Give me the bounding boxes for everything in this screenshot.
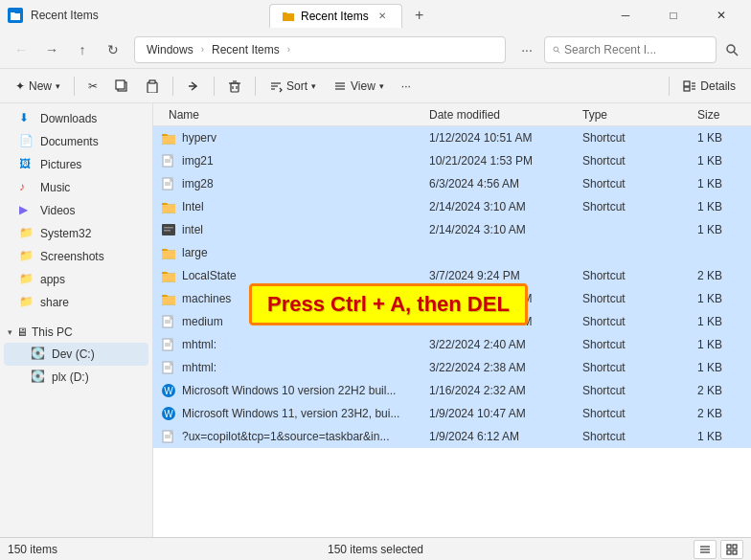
file-name: mhtml: xyxy=(161,360,429,375)
file-type-icon xyxy=(161,222,176,237)
file-date: 3/22/2024 2:40 AM xyxy=(429,338,582,351)
breadcrumb-windows[interactable]: Windows xyxy=(143,41,197,58)
file-type-icon: W xyxy=(161,406,176,421)
table-row[interactable]: W Microsoft Windows 10 version 22H2 buil… xyxy=(153,379,751,402)
more-button[interactable]: ··· xyxy=(513,36,540,63)
documents-icon: 📄 xyxy=(19,134,34,149)
col-header-name[interactable]: Name xyxy=(161,108,429,122)
delete-button[interactable] xyxy=(220,73,249,100)
copy-icon xyxy=(115,79,128,93)
file-type: Shortcut xyxy=(582,269,697,282)
sidebar-item-share[interactable]: 📁 share xyxy=(4,291,148,314)
file-type-icon xyxy=(161,268,176,283)
title-bar-left: Recent Items xyxy=(8,8,99,23)
tab-close-button[interactable]: ✕ xyxy=(375,9,390,24)
sidebar-label-apps: apps xyxy=(40,273,65,286)
file-name: hyperv xyxy=(161,130,429,146)
file-name: Intel xyxy=(161,199,429,214)
list-view-button[interactable] xyxy=(694,540,717,559)
file-date: 2/14/2024 3:10 AM xyxy=(429,223,582,236)
table-row[interactable]: mhtml: 3/22/2024 2:40 AM Shortcut 1 KB xyxy=(153,333,751,356)
col-header-type[interactable]: Type xyxy=(582,108,697,122)
view-icon xyxy=(333,79,347,93)
svg-rect-7 xyxy=(149,80,155,83)
file-type-icon: W xyxy=(161,383,176,398)
sort-button[interactable]: Sort ▾ xyxy=(262,73,324,100)
minimize-button[interactable]: ─ xyxy=(603,0,648,31)
window-title: Recent Items xyxy=(31,9,99,22)
file-type-icon xyxy=(161,337,176,352)
sidebar-item-plx-d[interactable]: 💽 plx (D:) xyxy=(4,366,148,389)
more-options-button[interactable]: ··· xyxy=(394,73,419,100)
toolbar-sep-2 xyxy=(172,77,173,96)
table-row[interactable]: intel 2/14/2024 3:10 AM 1 KB xyxy=(153,218,751,241)
file-size: 1 KB xyxy=(697,292,743,305)
file-name: img28 xyxy=(161,176,429,191)
search-submit-button[interactable] xyxy=(720,38,743,61)
active-tab[interactable]: Recent Items ✕ xyxy=(269,4,402,28)
sidebar-item-music[interactable]: ♪ Music 📌 xyxy=(4,176,148,199)
back-button[interactable]: ← xyxy=(8,36,34,63)
up-button[interactable]: ↑ xyxy=(69,36,96,63)
sidebar-label-documents: Documents xyxy=(40,135,99,148)
file-size: 1 KB xyxy=(697,223,743,236)
file-date: 1/16/2024 2:32 AM xyxy=(429,384,582,397)
this-pc-header[interactable]: ▾ 🖥 This PC xyxy=(0,322,152,343)
table-row[interactable]: W Microsoft Windows 11, version 23H2, bu… xyxy=(153,402,751,425)
col-header-date[interactable]: Date modified xyxy=(429,108,582,122)
file-name: intel xyxy=(161,222,429,237)
grid-view-button[interactable] xyxy=(720,540,743,559)
sidebar-label-share: share xyxy=(40,296,69,309)
search-bar[interactable] xyxy=(544,36,717,63)
forward-button[interactable]: → xyxy=(38,36,65,63)
close-button[interactable]: ✕ xyxy=(699,0,743,31)
share-button[interactable] xyxy=(179,73,208,100)
breadcrumb-recent-items[interactable]: Recent Items xyxy=(208,41,284,58)
sidebar-item-screenshots[interactable]: 📁 Screenshots xyxy=(4,245,148,268)
file-type-icon xyxy=(161,360,176,375)
table-row[interactable]: Intel 2/14/2024 3:10 AM Shortcut 1 KB xyxy=(153,195,751,218)
details-button[interactable]: Details xyxy=(675,73,743,100)
toolbar-sep-3 xyxy=(214,77,215,96)
file-icon xyxy=(161,315,176,328)
refresh-button[interactable]: ↻ xyxy=(100,36,126,63)
table-row[interactable]: img28 6/3/2024 4:56 AM Shortcut 1 KB xyxy=(153,172,751,195)
table-row[interactable]: ?ux=copilot&tcp=1&source=taskbar&in... 1… xyxy=(153,425,751,448)
sidebar-label-plx-d: plx (D:) xyxy=(52,370,89,384)
sidebar-item-apps[interactable]: 📁 apps xyxy=(4,268,148,291)
col-header-size[interactable]: Size xyxy=(697,108,743,122)
table-row[interactable]: img21 10/21/2024 1:53 PM Shortcut 1 KB xyxy=(153,149,751,172)
apps-icon: 📁 xyxy=(19,272,34,287)
sidebar-item-system32[interactable]: 📁 System32 xyxy=(4,222,148,245)
file-name-text: ?ux=copilot&tcp=1&source=taskbar&in... xyxy=(182,430,389,443)
new-button[interactable]: ✦ New ▾ xyxy=(8,73,68,100)
table-row[interactable]: large xyxy=(153,241,751,264)
search-input[interactable] xyxy=(564,43,708,56)
folder-icon xyxy=(161,292,176,305)
file-size: 1 KB xyxy=(697,338,743,351)
table-row[interactable]: hyperv 1/12/2024 10:51 AM Shortcut 1 KB xyxy=(153,126,751,149)
sidebar-item-videos[interactable]: ▶ Videos 📌 xyxy=(4,199,148,222)
maximize-button[interactable]: □ xyxy=(651,0,695,31)
sidebar-item-downloads[interactable]: ⬇ Downloads 📌 xyxy=(4,107,148,130)
svg-text:W: W xyxy=(164,386,173,396)
file-type: Shortcut xyxy=(582,292,697,305)
view-button[interactable]: View ▾ xyxy=(326,73,392,100)
svg-point-0 xyxy=(554,47,558,52)
table-row[interactable]: mhtml: 3/22/2024 2:38 AM Shortcut 1 KB xyxy=(153,356,751,379)
sidebar-label-system32: System32 xyxy=(40,227,91,240)
sidebar-item-documents[interactable]: 📄 Documents 📌 xyxy=(4,130,148,153)
sort-label: Sort xyxy=(286,79,307,93)
copy-button[interactable] xyxy=(107,73,136,100)
cut-button[interactable]: ✂ xyxy=(80,73,105,100)
new-label: New xyxy=(29,79,52,93)
file-size: 2 KB xyxy=(697,384,743,397)
new-tab-button[interactable]: + xyxy=(406,2,433,29)
paste-button[interactable] xyxy=(138,73,167,100)
downloads-icon: ⬇ xyxy=(19,111,34,126)
file-name-text: mhtml: xyxy=(182,361,216,374)
sidebar-item-pictures[interactable]: 🖼 Pictures 📌 xyxy=(4,153,148,176)
sidebar-item-dev-c[interactable]: 💽 Dev (C:) xyxy=(4,343,148,366)
share-icon: 📁 xyxy=(19,295,34,310)
breadcrumb-bar[interactable]: Windows › Recent Items › xyxy=(134,36,506,63)
